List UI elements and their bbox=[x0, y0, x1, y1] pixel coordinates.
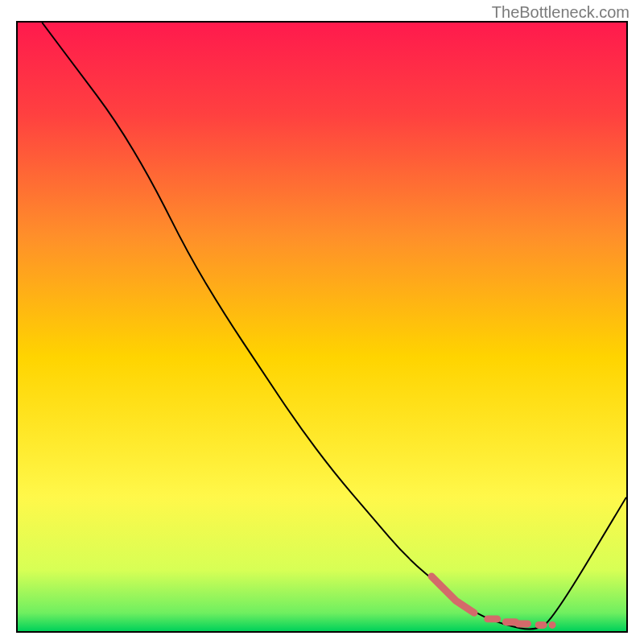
chart-frame bbox=[16, 21, 628, 633]
highlight-dot bbox=[549, 621, 556, 629]
watermark-text: TheBottleneck.com bbox=[492, 3, 630, 22]
chart-plot-area bbox=[18, 23, 626, 631]
